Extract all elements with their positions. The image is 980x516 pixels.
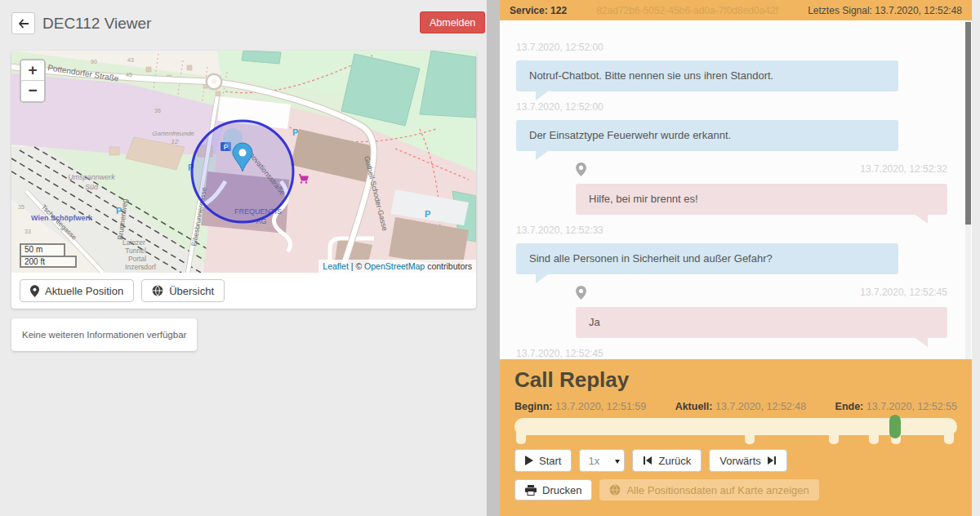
end-time: Ende: 13.7.2020, 12:52:55 bbox=[835, 401, 957, 412]
parking-label: P bbox=[116, 206, 122, 216]
back-step-button[interactable]: Zurück bbox=[632, 449, 702, 472]
chat-bubble-incoming: Notruf-Chatbot. Bitte nennen sie uns ihr… bbox=[516, 60, 898, 91]
session-id: 82ad72b6-5052-45b6-ad0a-7f0d8ed0a42f bbox=[567, 5, 808, 16]
forward-step-label: Vorwärts bbox=[719, 455, 761, 467]
begin-label: Beginn: bbox=[514, 401, 553, 412]
replay-secondary-row: Drucken Alle Positionsdaten auf Karte an… bbox=[514, 479, 957, 500]
end-label: Ende: bbox=[835, 401, 864, 412]
house-number: 35 bbox=[18, 204, 24, 210]
service-label: Service: 122 bbox=[510, 5, 567, 16]
location-pin-icon bbox=[30, 285, 39, 297]
house-number: 36 bbox=[154, 108, 161, 113]
message-meta-row: 13.7.2020, 12:52:45 bbox=[516, 285, 947, 300]
attribution-copyright: © bbox=[355, 261, 362, 271]
map-zoom-control: + − bbox=[20, 59, 46, 103]
chat-bubble-incoming: Der Einsatztype Feuerwehr wurde erkannt. bbox=[516, 120, 898, 151]
globe-icon bbox=[152, 285, 163, 296]
call-panel: Service: 122 82ad72b6-5052-45b6-ad0a-7f0… bbox=[500, 0, 972, 516]
zoom-out-button[interactable]: − bbox=[21, 81, 44, 101]
speed-select[interactable]: 1x bbox=[579, 449, 625, 472]
osm-link[interactable]: OpenStreetMap bbox=[364, 261, 425, 271]
slider-tick bbox=[516, 429, 526, 444]
map-card: P Pottendorfer Straße Umspannwerk Süd Br… bbox=[11, 51, 476, 309]
attribution: Leaflet | © OpenStreetMap contributors bbox=[318, 260, 476, 273]
chat-message: 13.7.2020, 12:52:00 Notruf-Chatbot. Bitt… bbox=[516, 42, 947, 91]
location-pin-icon bbox=[576, 286, 586, 300]
page-title: DEC112 Viewer bbox=[42, 15, 151, 33]
forward-step-button[interactable]: Vorwärts bbox=[709, 449, 787, 472]
print-label: Drucken bbox=[542, 484, 581, 496]
chat-area[interactable]: 13.7.2020, 12:52:00 Notruf-Chatbot. Bitt… bbox=[500, 20, 972, 359]
chat-message: 13.7.2020, 12:52:00 Der Einsatztype Feue… bbox=[516, 102, 947, 151]
attribution-suffix: contributors bbox=[427, 261, 472, 271]
replay-controls-row: Start 1x Zurück Vorwärts bbox=[514, 449, 957, 472]
dec112-viewer-page: DEC112 Viewer Abmelden bbox=[0, 0, 980, 516]
current-label: Aktuell: bbox=[675, 401, 713, 412]
viewer-panel: DEC112 Viewer Abmelden bbox=[0, 0, 487, 516]
house-number: 45 bbox=[126, 72, 132, 78]
skip-back-icon bbox=[643, 456, 653, 465]
message-text: Notruf-Chatbot. Bitte nennen sie uns ihr… bbox=[529, 69, 773, 82]
slider-thumb[interactable] bbox=[889, 415, 901, 438]
start-label: Start bbox=[539, 455, 561, 467]
area-label: Tunnel bbox=[125, 247, 146, 255]
map-buttons-row: Aktuelle Position Übersicht bbox=[20, 279, 225, 302]
message-timestamp: 13.7.2020, 12:52:33 bbox=[516, 225, 947, 236]
chat-scrollbar[interactable] bbox=[965, 20, 971, 359]
call-replay-title: Call Replay bbox=[514, 367, 957, 393]
show-all-positions-button: Alle Positionsdaten auf Karte anzeigen bbox=[599, 479, 818, 500]
house-number: 43 bbox=[127, 57, 134, 63]
message-text: Hilfe, bei mir brennt es! bbox=[589, 193, 698, 205]
chat-bubble-outgoing: Hilfe, bei mir brennt es! bbox=[576, 184, 947, 215]
replay-slider[interactable] bbox=[514, 418, 957, 449]
slider-tick bbox=[944, 429, 954, 444]
message-text: Der Einsatztype Feuerwehr wurde erkannt. bbox=[529, 129, 731, 141]
start-button[interactable]: Start bbox=[514, 449, 572, 472]
message-timestamp: 13.7.2020, 12:52:45 bbox=[860, 287, 947, 298]
message-text: Sind alle Personen in Sicherheit und auß… bbox=[529, 252, 773, 265]
dropdown-arrow-icon bbox=[615, 460, 620, 466]
message-timestamp: 13.7.2020, 12:52:00 bbox=[516, 102, 947, 113]
current-position-button[interactable]: Aktuelle Position bbox=[20, 279, 134, 302]
current-value: 13.7.2020, 12:52:48 bbox=[715, 401, 806, 412]
replay-times-row: Beginn: 13.7.2020, 12:51:59 Aktuell: 13.… bbox=[514, 401, 957, 412]
map-scale: 50 m 200 ft bbox=[20, 243, 77, 268]
overview-button[interactable]: Übersicht bbox=[141, 279, 225, 302]
message-timestamp: 13.7.2020, 12:52:00 bbox=[516, 42, 947, 53]
bubble-tail bbox=[536, 91, 548, 100]
area-label: Umspannwerk bbox=[68, 173, 115, 181]
arrow-left-icon bbox=[18, 19, 29, 29]
last-signal: Letztes Signal: 13.7.2020, 12:52:48 bbox=[808, 5, 962, 16]
begin-time: Beginn: 13.7.2020, 12:51:59 bbox=[514, 401, 646, 412]
area-label: Portal bbox=[128, 255, 146, 263]
logout-button[interactable]: Abmelden bbox=[420, 11, 485, 33]
parking-label: P bbox=[292, 127, 298, 137]
message-timestamp: 13.7.2020, 12:52:32 bbox=[860, 164, 947, 175]
bubble-tail bbox=[536, 274, 548, 283]
overview-label: Übersicht bbox=[169, 285, 214, 297]
message-timestamp: 13.7.2020, 12:52:45 bbox=[516, 349, 947, 359]
begin-value: 13.7.2020, 12:51:59 bbox=[555, 401, 646, 412]
skip-forward-icon bbox=[767, 456, 777, 465]
chat-message: 13.7.2020, 12:52:45 Ja bbox=[516, 285, 947, 338]
back-button[interactable] bbox=[11, 12, 35, 34]
map[interactable]: P Pottendorfer Straße Umspannwerk Süd Br… bbox=[11, 51, 476, 273]
show-all-positions-label: Alle Positionsdaten auf Karte anzeigen bbox=[626, 484, 808, 496]
speed-value: 1x bbox=[588, 455, 599, 467]
chat-bubble-outgoing: Ja bbox=[576, 307, 947, 338]
print-button[interactable]: Drucken bbox=[514, 479, 592, 500]
chat-message: 13.7.2020, 12:52:33 Sind alle Personen i… bbox=[516, 225, 947, 274]
area-label: 12 bbox=[172, 138, 179, 145]
house-number: 33 bbox=[24, 229, 31, 234]
zoom-in-button[interactable]: + bbox=[21, 60, 44, 81]
slider-tick bbox=[745, 429, 755, 444]
current-time: Aktuell: 13.7.2020, 12:52:48 bbox=[675, 401, 807, 412]
message-meta-row: 13.7.2020, 12:52:32 bbox=[516, 162, 947, 176]
chat-scrollbar-thumb[interactable] bbox=[965, 22, 971, 225]
leaflet-link[interactable]: Leaflet bbox=[323, 261, 349, 271]
end-value: 13.7.2020, 12:52:55 bbox=[866, 401, 957, 412]
scale-metric: 50 m bbox=[20, 243, 65, 256]
bubble-tail bbox=[915, 338, 928, 347]
station-label: Wien Schöpfwerk bbox=[31, 214, 93, 222]
area-label: Süd bbox=[85, 183, 99, 191]
